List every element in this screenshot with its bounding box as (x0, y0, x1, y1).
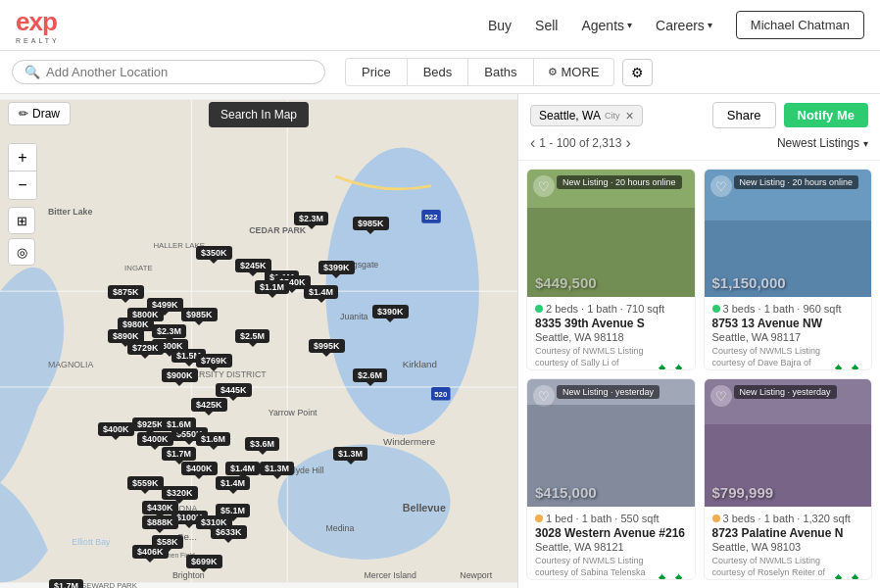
price-bubble[interactable]: $3.6M (245, 437, 279, 451)
price-bubble[interactable]: $1.7M (162, 447, 196, 461)
price-bubble[interactable]: $400K (181, 462, 218, 475)
price-bubble[interactable]: $875K (108, 285, 144, 299)
zoom-in-button[interactable]: + (9, 144, 36, 172)
location-chip-label: City (605, 111, 620, 121)
listing-address: 8335 39th Avenue S (535, 317, 687, 330)
map-tool-layers[interactable]: ⊞ (8, 207, 35, 234)
svg-text:Mercer Island: Mercer Island (365, 570, 416, 580)
price-bubble[interactable]: $5.1M (216, 504, 250, 517)
price-bubble[interactable]: $1.6M (162, 417, 196, 431)
price-bubble[interactable]: $2.6M (353, 368, 387, 382)
listing-heart[interactable]: ♡ (533, 175, 555, 197)
listings-panel: Seattle, WA City × Share Notify Me ‹ 1 -… (517, 94, 880, 588)
listing-source: Courtesy of NWMLS Listing courtesy of Sa… (535, 346, 687, 370)
svg-text:Elliott Bay: Elliott Bay (72, 537, 111, 547)
price-bubble[interactable]: $559K (127, 476, 164, 490)
agents-chevron-icon: ▾ (627, 20, 632, 30)
notify-me-button[interactable]: Notify Me (784, 103, 869, 127)
listing-city: Seattle, WA 98117 (712, 331, 864, 343)
nav-sell[interactable]: Sell (535, 18, 558, 33)
svg-text:SEWARD PARK: SEWARD PARK (81, 581, 138, 588)
settings-filter-button[interactable]: ⚙ (622, 59, 653, 86)
price-bubble[interactable]: $400K (98, 422, 134, 436)
prev-page-button[interactable]: ‹ (530, 134, 535, 152)
listing-card[interactable]: ♡ New Listing · 20 hours online $449,500… (526, 169, 696, 370)
location-chip[interactable]: Seattle, WA City × (530, 105, 643, 126)
listing-address: 8723 Palatine Avenue N (712, 526, 864, 540)
listing-heart[interactable]: ♡ (710, 385, 732, 407)
svg-text:Bitter Lake: Bitter Lake (48, 207, 93, 217)
listing-card[interactable]: ♡ New Listing · yesterday $415,000 1 bed… (526, 378, 696, 580)
price-bubble[interactable]: $1.3M (333, 447, 367, 461)
sort-chevron-icon: ▾ (863, 138, 868, 149)
search-icon: 🔍 (24, 65, 40, 79)
nav-buy[interactable]: Buy (488, 18, 512, 33)
price-bubble[interactable]: $406K (132, 545, 169, 559)
price-bubble[interactable]: $445K (216, 383, 252, 397)
price-bubble[interactable]: $985K (353, 217, 389, 230)
svg-text:Kirkland: Kirkland (403, 359, 437, 369)
filter-icon: ⚙ (548, 66, 558, 78)
price-bubble[interactable]: $390K (372, 305, 409, 318)
svg-text:Juanita: Juanita (340, 312, 367, 321)
nav-careers[interactable]: Careers ▾ (656, 18, 712, 33)
search-in-map-button[interactable]: Search In Map (209, 102, 309, 127)
logo[interactable]: exp REALTY (16, 7, 60, 44)
listing-heart[interactable]: ♡ (710, 175, 732, 197)
price-bubble[interactable]: $2.5M (235, 329, 269, 343)
price-bubble[interactable]: $729K (127, 341, 164, 355)
nwmls-logo-icon: 🌲🌲 (654, 363, 687, 370)
price-filter-button[interactable]: Price (345, 58, 408, 86)
price-bubble[interactable]: $633K (211, 525, 247, 539)
price-bubble[interactable]: $320K (162, 486, 198, 500)
price-bubble[interactable]: $1.7M (49, 579, 83, 588)
pencil-icon: ✏ (19, 107, 28, 121)
sort-dropdown[interactable]: Newest Listings ▾ (777, 136, 868, 150)
nav-agents[interactable]: Agents ▾ (581, 18, 632, 33)
price-bubble[interactable]: $1.4M (216, 476, 250, 490)
price-bubble[interactable]: $769K (196, 354, 232, 368)
next-page-button[interactable]: › (625, 134, 630, 152)
price-bubble[interactable]: $699K (186, 555, 222, 568)
svg-text:Windermere: Windermere (383, 436, 435, 447)
search-input[interactable] (46, 65, 313, 79)
listing-card[interactable]: ♡ New Listing · 20 hours online $1,150,0… (704, 169, 873, 370)
price-bubble[interactable]: $1.6M (196, 432, 230, 446)
price-bubble[interactable]: $400K (137, 432, 173, 446)
close-icon[interactable]: × (625, 109, 633, 122)
price-bubble[interactable]: $399K (318, 261, 355, 274)
share-button[interactable]: Share (712, 102, 776, 128)
price-bubble[interactable]: $900K (162, 368, 198, 382)
map-tools: ⊞ ◎ (8, 207, 35, 266)
listing-heart[interactable]: ♡ (533, 385, 555, 407)
user-menu-button[interactable]: Michael Chatman (736, 11, 864, 39)
listings-nav: ‹ 1 - 100 of 2,313 › Newest Listings ▾ (530, 134, 868, 152)
price-bubble[interactable]: $985K (181, 308, 218, 321)
price-bubble[interactable]: $425K (191, 398, 227, 412)
price-bubble[interactable]: $1.3M (260, 462, 294, 475)
listing-badge: New Listing · 20 hours online (557, 175, 682, 189)
listing-card[interactable]: ♡ New Listing · yesterday $799,999 3 bed… (704, 378, 873, 580)
map-tool-location[interactable]: ◎ (8, 238, 35, 266)
price-bubble[interactable]: $995K (309, 339, 345, 353)
search-input-wrap[interactable]: 🔍 (12, 60, 325, 84)
listing-source-text: Courtesy of NWMLS Listing courtesy of Da… (712, 346, 827, 370)
listing-address: 3028 Western Avenue #216 (535, 526, 687, 540)
more-filter-button[interactable]: ⚙ MORE (534, 58, 614, 86)
baths-filter-button[interactable]: Baths (468, 58, 533, 86)
beds-filter-button[interactable]: Beds (408, 58, 469, 86)
svg-text:522: 522 (424, 213, 438, 221)
price-bubble[interactable]: $1.4M (304, 285, 338, 299)
listing-image: ♡ New Listing · 20 hours online $449,500 (527, 170, 695, 297)
price-bubble[interactable]: $1.1M (255, 280, 289, 294)
price-bubble[interactable]: $1.4M (225, 462, 260, 475)
price-bubble[interactable]: $2.3M (152, 324, 186, 338)
nwmls-logo-icon: 🌲🌲 (654, 572, 687, 580)
draw-button[interactable]: ✏ Draw (8, 102, 71, 125)
price-bubble[interactable]: $2.3M (294, 212, 328, 225)
price-bubble[interactable]: $888K (142, 515, 178, 529)
map-container[interactable]: 522 520 Bitter Lake CEDAR PARK HALLER LA… (0, 94, 517, 588)
price-bubble[interactable]: $350K (196, 246, 232, 260)
listing-details: 3 beds · 1 bath · 960 sqft (712, 303, 864, 315)
zoom-out-button[interactable]: − (9, 172, 36, 199)
